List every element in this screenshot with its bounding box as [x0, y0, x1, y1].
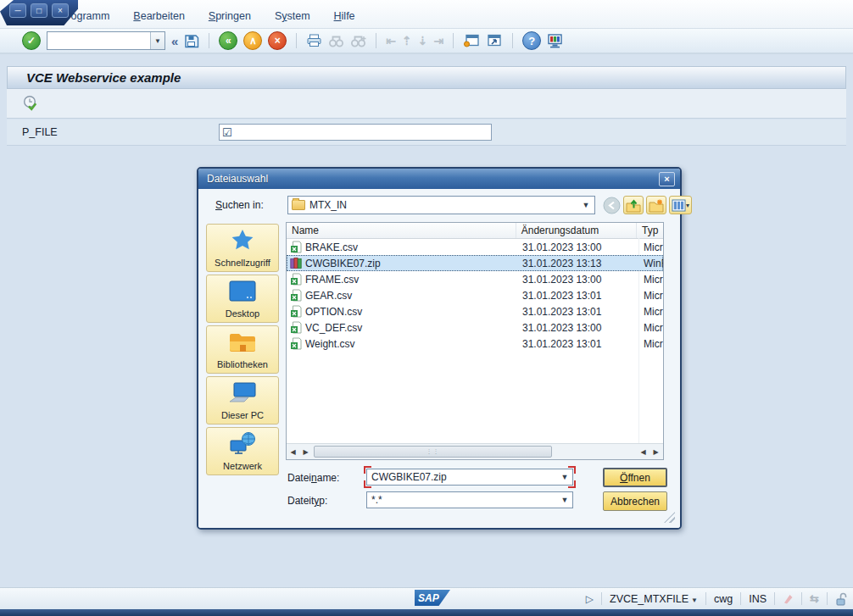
save-icon[interactable]	[184, 34, 199, 48]
command-dropdown-icon[interactable]: ▼	[150, 32, 164, 49]
scroll-left-icon[interactable]: ◀	[637, 445, 650, 458]
place-bibliotheken[interactable]: Bibliotheken	[206, 325, 279, 374]
place-netzwerk[interactable]: Netzwerk	[206, 427, 279, 475]
file-row[interactable]: OPTION.csv 31.01.2023 13:01 Micr	[287, 303, 663, 319]
page-down-icon[interactable]: ⇣	[418, 34, 428, 47]
open-button[interactable]: Öffnen	[603, 468, 667, 487]
scroll-right-icon[interactable]: ▶	[299, 445, 312, 458]
p-file-field[interactable]: ☑	[219, 124, 492, 141]
minimize-button[interactable]: ─	[9, 3, 26, 18]
last-page-icon[interactable]: ⇥	[434, 34, 444, 47]
status-expand-icon[interactable]: ▷	[586, 593, 594, 605]
look-in-combobox[interactable]: MTX_IN ▼	[287, 196, 595, 214]
parameter-label: P_FILE	[22, 126, 58, 138]
status-separator	[740, 592, 741, 605]
first-page-icon[interactable]: ⇤	[386, 34, 396, 47]
dialog-close-icon[interactable]: ×	[659, 172, 675, 186]
execute-icon[interactable]	[22, 95, 40, 113]
menu-hilfe[interactable]: Hilfe	[334, 10, 355, 22]
network-icon	[229, 428, 256, 458]
cancel-button[interactable]: Abbrechen	[603, 491, 667, 511]
status-separator	[601, 592, 602, 605]
file-list: Name Änderungsdatum Typ BRAKE.csv 31.01.…	[286, 222, 664, 460]
file-date: 31.01.2023 13:00	[517, 241, 638, 253]
customize-layout-icon[interactable]	[547, 34, 563, 48]
excel-file-icon	[290, 337, 302, 350]
new-folder-icon[interactable]	[646, 196, 666, 214]
menu-springen[interactable]: Springen	[209, 10, 251, 22]
resize-grip[interactable]	[664, 512, 675, 523]
place-dieser-pc[interactable]: Dieser PC	[206, 376, 279, 425]
filetype-dropdown-icon[interactable]: ▼	[557, 496, 572, 504]
file-name: BRAKE.csv	[305, 241, 358, 253]
collapse-command-icon[interactable]: «	[171, 34, 178, 48]
file-type: WinR	[638, 258, 663, 269]
status-separator	[827, 592, 828, 605]
command-field[interactable]: ▼	[47, 31, 165, 50]
exit-button[interactable]: ∧	[243, 31, 262, 50]
column-header-date[interactable]: Änderungsdatum	[516, 223, 637, 238]
place-schnellzugriff[interactable]: Schnellzugriff	[206, 224, 279, 272]
scroll-right-icon[interactable]: ▶	[650, 445, 662, 458]
scrollbar-thumb[interactable]: ⋮⋮	[314, 446, 552, 458]
print-icon[interactable]	[306, 34, 322, 47]
column-header-name[interactable]: Name	[287, 223, 516, 238]
help-icon[interactable]: ?	[522, 31, 541, 50]
application-toolbar	[7, 89, 846, 119]
focus-corner	[568, 466, 576, 474]
checkbox-icon: ☑	[222, 126, 232, 139]
horizontal-scrollbar[interactable]: ◀ ▶ ⋮⋮ ◀ ▶	[287, 443, 663, 459]
views-dropdown-icon[interactable]: ▾	[686, 202, 689, 209]
file-selection-dialog: Dateiauswahl × Suchen in: MTX_IN ▼	[197, 167, 682, 530]
focus-corner	[364, 466, 371, 474]
file-row-selected[interactable]: CWGBIKE07.zip 31.01.2023 13:13 WinR	[287, 255, 663, 271]
file-name: OPTION.csv	[305, 306, 362, 318]
taskbar-edge	[0, 609, 853, 616]
page-up-icon[interactable]: ⇡	[402, 34, 412, 47]
status-bar: SAP ▷ ZVCE_MTXFILE▼ cwg INS ⇆	[0, 587, 853, 609]
column-header-type[interactable]: Typ	[637, 223, 663, 238]
p-file-input[interactable]	[234, 125, 491, 140]
winrar-file-icon	[290, 257, 302, 269]
create-shortcut-icon[interactable]	[486, 34, 503, 47]
status-separator	[801, 592, 802, 605]
parameter-row: P_FILE ☑	[7, 119, 846, 146]
cancel-button[interactable]: ×	[268, 31, 287, 50]
dialog-title-bar[interactable]: Dateiauswahl ×	[198, 169, 680, 189]
find-icon[interactable]	[328, 35, 344, 47]
menu-system[interactable]: System	[275, 10, 310, 22]
enter-button[interactable]: ✓	[22, 31, 41, 50]
maximize-button[interactable]: □	[31, 3, 47, 18]
menu-bar: Programm Bearbeiten Springen System Hilf…	[0, 0, 853, 29]
transaction-dropdown-icon[interactable]: ▼	[691, 597, 698, 604]
new-session-icon[interactable]	[463, 34, 480, 47]
menu-bearbeiten[interactable]: Bearbeiten	[133, 10, 184, 22]
file-date: 31.01.2023 13:00	[517, 322, 638, 334]
filetype-combobox[interactable]: *.* ▼	[366, 491, 573, 508]
back-button[interactable]: «	[219, 31, 237, 50]
command-input[interactable]	[47, 33, 150, 48]
file-row[interactable]: VC_DEF.csv 31.01.2023 13:00 Micr	[287, 319, 663, 336]
back-nav-icon[interactable]	[603, 197, 621, 214]
dialog-body: Suchen in: MTX_IN ▼ ▾	[198, 189, 680, 528]
client-field: cwg	[714, 593, 733, 605]
up-one-level-icon[interactable]	[623, 196, 644, 214]
scroll-left-icon[interactable]: ◀	[287, 445, 299, 458]
file-type: Micr	[638, 322, 663, 334]
data-transfer-icon: ⇆	[810, 592, 819, 605]
look-in-dropdown-icon[interactable]: ▼	[577, 201, 594, 209]
place-desktop[interactable]: Desktop	[206, 275, 279, 323]
file-row[interactable]: Weight.csv 31.01.2023 13:01 Micr	[287, 336, 663, 352]
file-row[interactable]: FRAME.csv 31.01.2023 13:00 Micr	[287, 271, 663, 287]
file-row[interactable]: BRAKE.csv 31.01.2023 13:00 Micr	[287, 239, 663, 255]
unlocked-icon	[835, 592, 848, 606]
file-name: VC_DEF.csv	[305, 322, 362, 334]
filename-combobox[interactable]: CWGBIKE07.zip ▼	[366, 469, 573, 486]
close-button[interactable]: ×	[52, 3, 69, 18]
filetype-value: *.*	[371, 494, 557, 506]
transaction-field[interactable]: ZVCE_MTXFILE▼	[610, 593, 698, 605]
file-name: Weight.csv	[305, 338, 354, 350]
find-next-icon[interactable]	[350, 35, 366, 47]
views-menu-icon[interactable]: ▾	[669, 196, 692, 214]
file-row[interactable]: GEAR.csv 31.01.2023 13:01 Micr	[287, 287, 663, 303]
